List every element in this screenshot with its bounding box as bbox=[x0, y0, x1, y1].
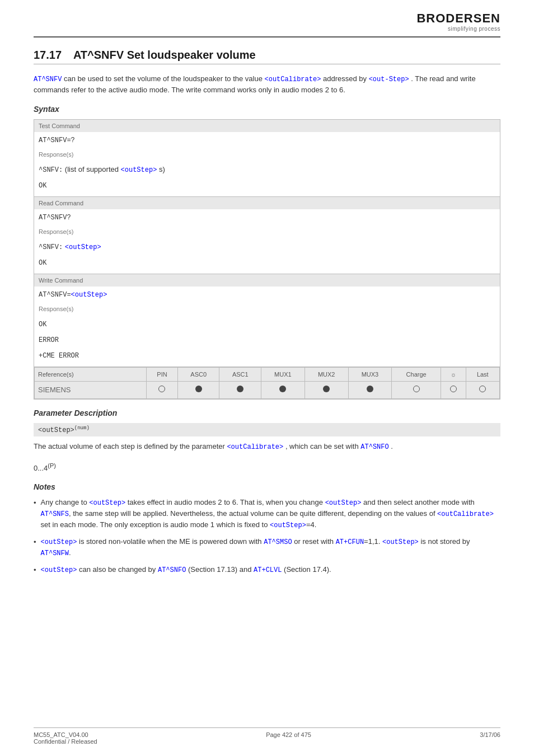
ref-mux3 bbox=[348, 382, 392, 399]
header: BRODERSEN simplifying process bbox=[34, 11, 500, 37]
write-response-label: Response(s) bbox=[34, 302, 500, 316]
col-last: Last bbox=[466, 367, 499, 382]
logo-area: BRODERSEN simplifying process bbox=[416, 11, 500, 32]
syntax-heading: Syntax bbox=[34, 105, 500, 114]
footer: MC55_ATC_V04.00 Confidential / Released … bbox=[34, 727, 500, 745]
footer-center: Page 422 of 475 bbox=[266, 731, 311, 745]
write-response-cme: +CME ERROR bbox=[34, 348, 500, 367]
notes-list: • Any change to <outStep> takes effect i… bbox=[34, 497, 500, 576]
intro-at-snfv: AT^SNFV bbox=[34, 76, 62, 83]
param-desc-heading: Parameter Description bbox=[34, 408, 500, 417]
intro-paragraph: AT^SNFV can be used to set the volume of… bbox=[34, 73, 500, 96]
logo-text: BRODERSEN bbox=[416, 11, 500, 26]
col-pin: PIN bbox=[147, 367, 178, 382]
ref-last bbox=[466, 382, 499, 399]
section-title: AT^SNFV Set loudspeaker volume bbox=[73, 49, 256, 61]
ref-col-headers: Reference(s) PIN ASC0 ASC1 MUX1 MUX2 MUX… bbox=[35, 367, 500, 382]
test-response: ^SNFV: (list of supported <outStep> s) bbox=[34, 162, 500, 177]
ref-pin bbox=[147, 382, 178, 399]
read-response-ok: OK bbox=[34, 255, 500, 274]
write-response-ok: OK bbox=[34, 316, 500, 332]
param-box: <outStep>(num) bbox=[34, 423, 500, 436]
test-command-header: Test Command bbox=[34, 119, 500, 132]
write-response-error: ERROR bbox=[34, 332, 500, 348]
col-charge: Charge bbox=[392, 367, 441, 382]
param-range: 0...4(P) bbox=[34, 461, 500, 474]
note-item-1: • Any change to <outStep> takes effect i… bbox=[34, 497, 500, 530]
ref-mux2 bbox=[305, 382, 348, 399]
page: BRODERSEN simplifying process 17.17 AT^S… bbox=[0, 0, 534, 756]
ref-table: Reference(s) PIN ASC0 ASC1 MUX1 MUX2 MUX… bbox=[34, 367, 500, 399]
col-mux1: MUX1 bbox=[261, 367, 305, 382]
reference-header-row: Reference(s) PIN ASC0 ASC1 MUX1 MUX2 MUX… bbox=[34, 367, 500, 399]
bullet-3: • bbox=[34, 565, 36, 576]
note-item-2: • <outStep> is stored non-volatile when … bbox=[34, 536, 500, 558]
note-item-3: • <outStep> can also be changed by AT^SN… bbox=[34, 564, 500, 576]
ref-name: SIEMENS bbox=[35, 382, 147, 399]
col-mux3: MUX3 bbox=[348, 367, 392, 382]
footer-right: 3/17/06 bbox=[480, 731, 500, 745]
ref-mux1 bbox=[261, 382, 305, 399]
read-command-row: AT^SNFV? bbox=[34, 209, 500, 225]
bullet-1: • bbox=[34, 497, 36, 509]
notes-heading: Notes bbox=[34, 482, 500, 491]
section-heading: 17.17 AT^SNFV Set loudspeaker volume bbox=[34, 49, 500, 64]
ref-sun bbox=[441, 382, 466, 399]
ref-asc0 bbox=[177, 382, 219, 399]
col-mux2: MUX2 bbox=[305, 367, 348, 382]
col-reference: Reference(s) bbox=[35, 367, 147, 382]
section-number: 17.17 bbox=[34, 49, 62, 61]
ref-charge bbox=[392, 382, 441, 399]
ref-asc1 bbox=[219, 382, 261, 399]
footer-left: MC55_ATC_V04.00 Confidential / Released bbox=[34, 731, 97, 745]
test-response-ok: OK bbox=[34, 177, 500, 197]
bullet-2: • bbox=[34, 537, 36, 548]
col-asc1: ASC1 bbox=[219, 367, 261, 382]
syntax-table: Test Command AT^SNFV=? Response(s) ^SNFV… bbox=[34, 119, 500, 400]
logo-tagline: simplifying process bbox=[416, 26, 500, 32]
test-command-row: AT^SNFV=? bbox=[34, 132, 500, 148]
col-sun: ☼ bbox=[441, 367, 466, 382]
write-command-header: Write Command bbox=[34, 274, 500, 287]
read-command-header: Read Command bbox=[34, 196, 500, 209]
ref-row-siemens: SIEMENS bbox=[35, 382, 500, 399]
param-desc-text: The actual volume of each step is define… bbox=[34, 441, 500, 452]
col-asc0: ASC0 bbox=[177, 367, 219, 382]
write-command-row: AT^SNFV=<outStep> bbox=[34, 287, 500, 302]
read-response-label: Response(s) bbox=[34, 225, 500, 239]
test-response-label: Response(s) bbox=[34, 148, 500, 162]
read-response: ^SNFV: <outStep> bbox=[34, 239, 500, 255]
